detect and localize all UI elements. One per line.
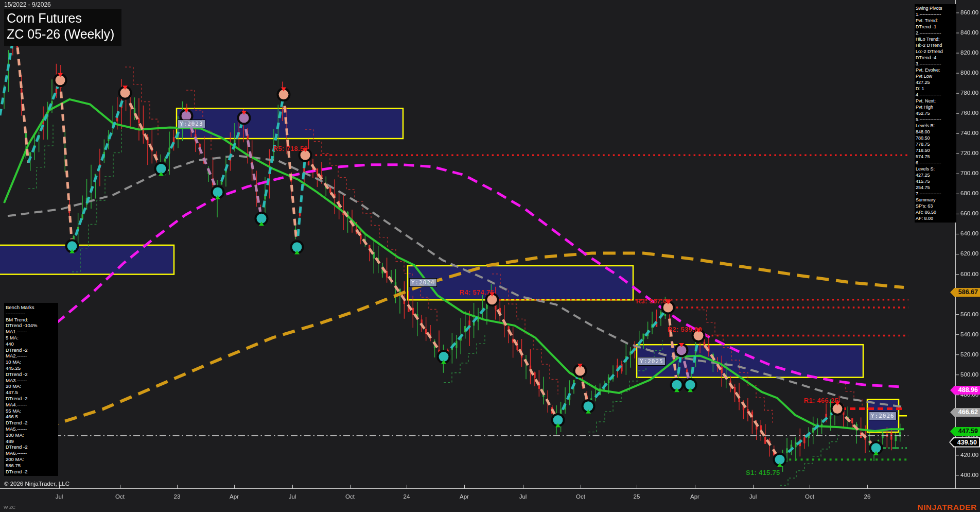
bench-marks-line: 100 MA: bbox=[6, 432, 57, 438]
indicator-price-badge: 466.62 bbox=[950, 408, 980, 417]
price-tick-label: 700.00 bbox=[960, 170, 978, 176]
support-resistance-label: R2: 539.00 bbox=[668, 326, 702, 333]
support-resistance-label: S1: 415.75 bbox=[746, 469, 780, 476]
chart-title-block: Corn Futures ZC 05-26 (Weekly) bbox=[4, 9, 121, 46]
price-tick-label: 720.00 bbox=[960, 150, 978, 156]
swing-pivots-line: 427.25 bbox=[916, 172, 955, 178]
bench-marks-line: MA3.------ bbox=[6, 378, 57, 384]
bench-marks-line: ------------ bbox=[6, 311, 57, 317]
price-tick-label: 740.00 bbox=[960, 130, 978, 136]
swing-pivots-line: 3.-------------- bbox=[916, 61, 955, 67]
swing-pivots-line: DTrend -1 bbox=[916, 24, 955, 30]
swing-pivots-line: Pvt. Evolve: bbox=[916, 67, 955, 73]
time-tick-label: Jul bbox=[48, 493, 71, 500]
bench-marks-line: MA1.------ bbox=[6, 329, 57, 335]
bench-marks-line: 489 bbox=[6, 438, 57, 445]
bench-marks-line: DTrend -104% bbox=[6, 322, 57, 329]
year-box-label[interactable]: Y:2023 bbox=[178, 120, 205, 128]
support-resistance-label: R3: 567.00 bbox=[636, 297, 671, 305]
price-tick-label: 840.00 bbox=[960, 29, 978, 36]
swing-pivots-line: Lo:-2 DTrend bbox=[916, 48, 955, 55]
swing-pivots-line: DTrend -4 bbox=[916, 55, 955, 61]
time-tick-label: 26 bbox=[856, 493, 879, 500]
swing-pivots-line: 254.75 bbox=[916, 184, 955, 191]
price-tick-label: 560.00 bbox=[960, 311, 978, 317]
support-resistance-label: R4: 574.75 bbox=[460, 288, 494, 296]
bench-marks-line: 10 MA: bbox=[6, 359, 57, 365]
indicator-price-badge: 447.59 bbox=[950, 427, 980, 436]
time-tick-label: Apr bbox=[684, 493, 706, 500]
last-price-badge-value: 439.50 bbox=[950, 438, 979, 447]
ninjatrader-chart-window: 15/2022 - 9/2026 Corn Futures ZC 05-26 (… bbox=[0, 0, 980, 512]
price-tick-label: 520.00 bbox=[960, 351, 978, 357]
swing-pivots-line: AF: 8.00 bbox=[916, 215, 955, 221]
bench-marks-line: MA5.------ bbox=[6, 426, 57, 432]
last-price-badge: 439.50 bbox=[949, 437, 980, 448]
bench-marks-panel: Bench Marks------------BM Trend:DTrend -… bbox=[4, 303, 58, 476]
swing-pivots-line: 2.-------------- bbox=[916, 30, 955, 36]
price-tick-label: 760.00 bbox=[960, 110, 978, 116]
indicator-price-badge: 488.96 bbox=[950, 386, 980, 395]
swing-pivots-line: 452.75 bbox=[916, 110, 955, 116]
time-tick-label: Jul bbox=[281, 493, 304, 500]
swing-pivots-line: 778.75 bbox=[916, 141, 955, 147]
price-tick-label: 400.00 bbox=[960, 472, 978, 478]
bench-marks-line: DTrend -2 bbox=[6, 347, 57, 353]
year-box-label[interactable]: Y:2026 bbox=[869, 412, 897, 420]
swing-pivots-line: 7.-------------- bbox=[916, 191, 955, 197]
bench-marks-line: MA6.------ bbox=[6, 450, 57, 456]
price-tick-label: 660.00 bbox=[960, 210, 978, 216]
price-tick-label: 540.00 bbox=[960, 331, 978, 337]
time-tick-label: 23 bbox=[166, 493, 188, 500]
price-tick-label: 820.00 bbox=[960, 49, 978, 56]
time-tick-label: Apr bbox=[453, 493, 476, 500]
swing-pivots-line: Levels S: bbox=[916, 166, 955, 172]
ninjatrader-brand-logo: NINJATRADER bbox=[918, 503, 977, 512]
swing-pivots-line: 5.-------------- bbox=[916, 116, 955, 123]
price-chart-canvas[interactable] bbox=[0, 0, 980, 512]
year-box-label[interactable]: Y:2025 bbox=[638, 357, 666, 366]
swing-pivots-line: AR: 86.50 bbox=[916, 209, 955, 215]
instrument-title: Corn Futures bbox=[7, 10, 114, 26]
swing-pivots-line: 427.25 bbox=[916, 79, 955, 86]
swing-pivots-line: 780.50 bbox=[916, 135, 955, 141]
swing-pivots-line: Pvt High bbox=[916, 104, 955, 110]
swing-pivots-line: HiLo Trend: bbox=[916, 36, 955, 42]
swing-pivots-title: Swing Pivots bbox=[916, 5, 955, 11]
price-tick-label: 600.00 bbox=[960, 271, 978, 277]
time-tick-label: Oct bbox=[109, 493, 131, 500]
price-tick-label: 780.00 bbox=[960, 90, 978, 96]
bench-marks-line: 200 MA: bbox=[6, 456, 57, 463]
time-tick-label: Apr bbox=[223, 493, 246, 500]
bench-marks-line: DTrend -2 bbox=[6, 444, 57, 450]
time-tick-label: Jul bbox=[742, 493, 764, 500]
swing-pivots-line: 848.00 bbox=[916, 129, 955, 135]
time-tick-label: Oct bbox=[798, 493, 821, 500]
price-tick-label: 680.00 bbox=[960, 190, 978, 196]
swing-pivots-line: 4.-------------- bbox=[916, 92, 955, 98]
bench-marks-line: BM Trend: bbox=[6, 317, 57, 323]
bench-marks-line: DTrend -2 bbox=[6, 469, 57, 475]
bench-marks-line: MA2.------ bbox=[6, 353, 57, 359]
swing-pivots-line: 718.50 bbox=[916, 147, 955, 153]
bench-marks-line: DTrend -2 bbox=[6, 420, 57, 426]
price-tick-label: 500.00 bbox=[960, 371, 978, 378]
time-tick-label: Jul bbox=[512, 493, 534, 500]
bench-marks-line: 5 MA: bbox=[6, 335, 57, 341]
swing-pivots-line: 415.75 bbox=[916, 178, 955, 184]
year-box-label[interactable]: Y:2024 bbox=[409, 278, 437, 287]
bench-marks-line: 55 MA: bbox=[6, 408, 57, 414]
bench-marks-title: Bench Marks bbox=[6, 304, 57, 311]
support-resistance-label: R5: 718.50 bbox=[273, 145, 308, 152]
time-tick-label: Oct bbox=[339, 493, 361, 500]
time-tick-label: 25 bbox=[625, 493, 648, 500]
instrument-watermark: W ZC bbox=[4, 505, 15, 510]
copyright-label: © 2026 NinjaTrader, LLC bbox=[4, 481, 69, 487]
bench-marks-line: 440 bbox=[6, 341, 57, 347]
bench-marks-line: 20 MA: bbox=[6, 383, 57, 389]
price-tick-label: 620.00 bbox=[960, 250, 978, 257]
bench-marks-line: MA4.------ bbox=[6, 402, 57, 408]
indicator-price-badge: 586.67 bbox=[950, 288, 980, 297]
swing-pivots-line: Summary bbox=[916, 197, 955, 203]
swing-pivots-line: 6.-------------- bbox=[916, 160, 955, 166]
